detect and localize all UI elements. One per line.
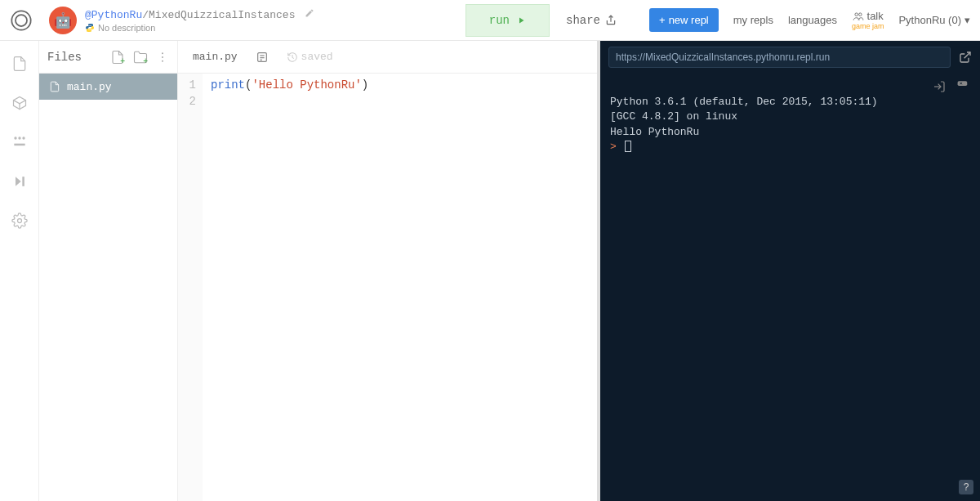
line-gutter: 1 2 — [178, 74, 203, 501]
run-button-label: run — [489, 14, 510, 27]
terminal-output[interactable]: Python 3.6.1 (default, Dec 2015, 13:05:1… — [600, 74, 980, 501]
term-line: Python 3.6.1 (default, Dec 2015, 13:05:1… — [610, 96, 878, 108]
svg-rect-6 — [22, 177, 24, 186]
repl-url-text: https://MixedQuizzicalInstances.pythonru… — [616, 51, 830, 63]
history-icon — [287, 51, 298, 63]
run-panel-icon[interactable] — [11, 173, 28, 190]
file-icon[interactable] — [11, 56, 28, 72]
svg-point-1 — [858, 12, 862, 15]
nav-my-repls[interactable]: my repls — [733, 14, 773, 26]
repl-description-row: No description — [85, 23, 314, 33]
settings-icon[interactable] — [11, 212, 28, 229]
code-line — [211, 93, 597, 110]
repl-info: @PythonRu/MixedQuizzicalInstances No des… — [85, 8, 314, 33]
files-more-icon[interactable] — [156, 51, 169, 64]
files-header: Files + + — [39, 41, 177, 74]
editor-body[interactable]: 1 2 print('Hello PythonRu') — [178, 74, 597, 501]
edit-name-icon[interactable] — [305, 9, 314, 21]
package-icon[interactable] — [11, 95, 28, 111]
format-icon[interactable] — [256, 51, 269, 64]
svg-point-3 — [18, 136, 20, 139]
console-toolbar: https://MixedQuizzicalInstances.pythonru… — [600, 41, 980, 74]
saved-indicator: saved — [287, 51, 333, 63]
code-line: print('Hello PythonRu') — [211, 77, 597, 93]
saved-label: saved — [301, 51, 333, 63]
term-prompt: > — [610, 141, 617, 153]
term-line: Hello PythonRu — [610, 126, 699, 138]
main-body: Files + + main.py main.py saved 1 2 pri — [0, 41, 980, 501]
term-line: [GCC 4.8.2] on linux — [610, 110, 737, 123]
user-menu-label: PythonRu (0) — [898, 14, 961, 26]
svg-point-10 — [162, 60, 163, 61]
replit-logo-icon[interactable] — [10, 9, 33, 32]
editor-tabs: main.py saved — [178, 41, 597, 74]
chevron-down-icon: ▾ — [964, 14, 970, 26]
new-file-icon[interactable]: + — [110, 48, 125, 65]
share-button-label: share — [566, 14, 600, 27]
top-header: 🤖 @PythonRu/MixedQuizzicalInstances No d… — [0, 0, 980, 41]
repl-url-box[interactable]: https://MixedQuizzicalInstances.pythonru… — [608, 47, 951, 68]
line-number: 1 — [178, 77, 196, 93]
owner-avatar[interactable]: 🤖 — [49, 7, 77, 34]
nav-talk[interactable]: talk game jam — [852, 10, 884, 30]
nav-talk-sublabel: game jam — [852, 22, 884, 30]
people-icon — [853, 11, 864, 22]
share-button[interactable]: share — [566, 14, 617, 27]
svg-point-4 — [22, 136, 24, 139]
editor-panel: main.py saved 1 2 print('Hello PythonRu'… — [178, 41, 597, 501]
svg-point-2 — [14, 136, 16, 139]
user-menu[interactable]: PythonRu (0) ▾ — [898, 14, 970, 26]
repl-path: @PythonRu/MixedQuizzicalInstances — [85, 8, 314, 21]
files-title: Files — [47, 51, 102, 64]
new-repl-label: new repl — [669, 14, 709, 26]
debugger-icon[interactable] — [11, 134, 28, 150]
icon-sidebar — [0, 41, 39, 501]
nav-talk-label: talk — [867, 10, 884, 22]
run-button[interactable]: run — [466, 4, 550, 37]
file-doc-icon — [49, 81, 60, 92]
svg-rect-5 — [14, 144, 24, 146]
svg-point-9 — [162, 56, 163, 58]
file-item-label: main.py — [67, 81, 112, 93]
open-external-icon[interactable] — [959, 51, 972, 64]
files-panel: Files + + main.py — [39, 41, 178, 501]
description-text: No description — [98, 23, 155, 33]
path-separator: / — [142, 9, 149, 21]
svg-point-8 — [162, 52, 163, 54]
new-repl-button[interactable]: + new repl — [649, 8, 719, 32]
owner-link[interactable]: @PythonRu — [85, 9, 142, 21]
editor-tab-main[interactable]: main.py — [186, 47, 244, 66]
file-item-main[interactable]: main.py — [39, 74, 177, 100]
nav-languages[interactable]: languages — [788, 14, 837, 26]
console-panel: https://MixedQuizzicalInstances.pythonru… — [600, 41, 980, 501]
share-icon — [605, 15, 617, 26]
help-button[interactable]: ? — [959, 480, 973, 494]
python-icon — [85, 23, 95, 33]
play-icon — [516, 16, 526, 25]
plus-icon: + — [659, 14, 666, 26]
svg-point-0 — [854, 12, 858, 15]
line-number: 2 — [178, 93, 196, 110]
svg-point-7 — [17, 219, 21, 223]
terminal-cursor — [625, 141, 631, 152]
new-folder-icon[interactable]: + — [133, 48, 148, 65]
project-name: MixedQuizzicalInstances — [149, 9, 295, 21]
code-area[interactable]: print('Hello PythonRu') — [203, 74, 597, 501]
